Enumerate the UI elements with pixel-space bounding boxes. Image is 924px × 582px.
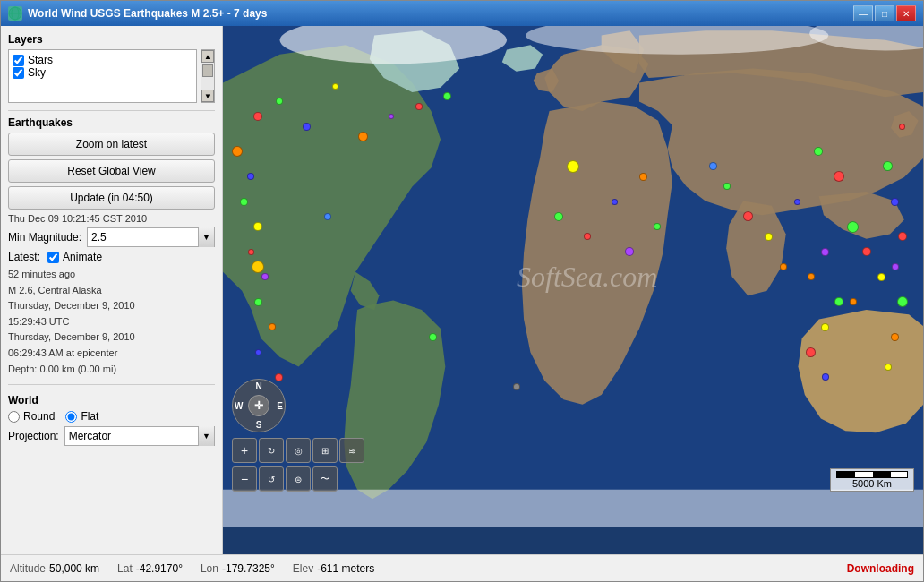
eq-title: M 2.6, Central Alaska [8,283,215,299]
elev-label: Elev [293,562,313,575]
compass-south[interactable]: S [256,420,262,430]
projection-label: Projection: [8,430,59,442]
projection-select[interactable]: Mercator ▼ [64,426,215,446]
lon-value: -179.7325° [222,562,275,575]
earthquake-dot [332,83,338,90]
layers-scrollbar[interactable]: ▲ ▼ [201,49,215,103]
earthquake-dot [443,92,451,100]
animate-checkbox[interactable] [47,252,59,263]
chart-button[interactable]: ⊜ [286,466,311,492]
zoom-row1: + ↻ ◎ ⊞ ≋ [232,438,364,463]
earthquake-dot [612,199,618,205]
scroll-thumb [202,64,213,77]
close-button[interactable]: ✕ [896,5,916,21]
magnitude-value: 2.5 [88,231,198,244]
earthquake-dot [255,349,261,355]
map-area[interactable]: SoftSea.com N S E W ✛ + ↻ ◎ [223,26,923,554]
maximize-button[interactable]: □ [875,5,894,21]
earthquake-dot [862,247,871,256]
animate-label-text: Animate [63,251,102,263]
earthquake-dot [567,160,579,173]
lat-status: Lat -42.9170° [117,562,183,575]
earthquake-dot [822,373,829,381]
earthquake-dot [883,161,893,171]
earthquake-dot [709,162,717,170]
map-canvas[interactable]: SoftSea.com N S E W ✛ + ↻ ◎ [223,26,923,527]
earthquake-dot [252,261,264,273]
scroll-up-arrow[interactable]: ▲ [201,50,214,63]
earthquakes-section: Earthquakes Zoom on latest Reset Global … [8,116,215,385]
earthquake-dot [892,263,899,270]
earthquakes-header: Earthquakes [8,116,215,129]
terrain-button[interactable]: 〜 [312,466,338,492]
reset-global-button[interactable]: Reset Global View [8,159,215,183]
reset-north-button[interactable]: ◎ [286,438,311,463]
earthquake-dot [808,273,815,280]
magnitude-dropdown-arrow[interactable]: ▼ [198,227,214,247]
round-radio-label[interactable]: Round [8,410,55,423]
lon-label: Lon [201,562,218,575]
flat-radio-label[interactable]: Flat [65,410,98,423]
earthquake-dot [240,198,248,206]
earthquake-dot [743,211,753,221]
recenter-button[interactable]: ↺ [259,466,284,492]
status-bar: Altitude 50,000 km Lat -42.9170° Lon -17… [1,554,923,581]
earthquake-dot [247,173,254,180]
earthquake-dot [269,323,276,330]
lat-label: Lat [117,562,133,575]
earthquake-dot [324,213,331,220]
stars-checkbox[interactable] [13,55,24,66]
eq-time-ago: 52 minutes ago [8,267,215,283]
round-radio[interactable] [8,411,20,423]
flat-radio[interactable] [65,411,77,423]
world-section: World Round Flat Projection: Mercator [8,390,215,449]
earthquake-dot [415,103,423,110]
compass-control[interactable]: N S E W ✛ [232,379,286,432]
earthquake-dot [358,132,368,141]
minimize-button[interactable]: — [853,5,873,21]
magnitude-select[interactable]: 2.5 ▼ [87,227,215,247]
eq-utc: 15:29:43 UTC [8,314,215,330]
elev-status: Elev -611 meters [293,562,374,575]
earthquake-dot [891,333,899,341]
compass-east[interactable]: E [277,401,283,411]
layers-toggle-button[interactable]: ≋ [339,438,364,463]
compass-west[interactable]: W [235,401,243,411]
window-title: World Wind USGS Earthquakes M 2.5+ - 7 d… [28,7,853,20]
layer-item-sky[interactable]: Sky [13,66,192,79]
update-button[interactable]: Update (in 04:50) [8,186,215,210]
compass-north[interactable]: N [255,381,261,391]
zoom-in-button[interactable]: + [232,438,257,463]
earthquake-dot [723,183,731,190]
layer-item-stars[interactable]: Stars [13,54,192,66]
round-label: Round [23,410,55,423]
options-button[interactable]: ⊞ [312,438,338,463]
scroll-down-arrow[interactable]: ▼ [201,90,214,102]
zoom-out-button[interactable]: − [232,466,257,492]
left-panel: Layers Stars Sky ▲ [1,26,223,554]
layers-section: Layers Stars Sky ▲ [8,33,215,111]
earthquake-dot [654,223,661,230]
compass-center[interactable]: ✛ [248,395,270,416]
tilt-button[interactable]: ↻ [259,438,284,463]
altitude-status: Altitude 50,000 km [10,562,99,575]
earthquake-dot [834,297,843,306]
sky-checkbox[interactable] [13,67,24,79]
earthquake-dot [253,112,262,121]
earthquake-dot [389,114,394,119]
layers-list: Stars Sky [8,49,197,103]
projection-row: Projection: Mercator ▼ [8,426,215,446]
layers-header: Layers [8,33,215,46]
earthquake-dot [303,123,311,131]
map-controls: N S E W ✛ + ↻ ◎ ⊞ ≋ − [232,379,364,492]
earthquake-dot [429,333,437,341]
earthquake-dot [253,222,262,231]
animate-checkbox-label[interactable]: Animate [47,251,102,263]
magnitude-row: Min Magnitude: 2.5 ▼ [8,227,215,247]
sky-label: Sky [28,66,46,79]
earthquake-dot [821,323,829,331]
earthquake-dot [885,364,892,371]
projection-dropdown-arrow[interactable]: ▼ [198,426,214,446]
scale-bar: 5000 Km [830,468,914,492]
zoom-latest-button[interactable]: Zoom on latest [8,133,215,156]
